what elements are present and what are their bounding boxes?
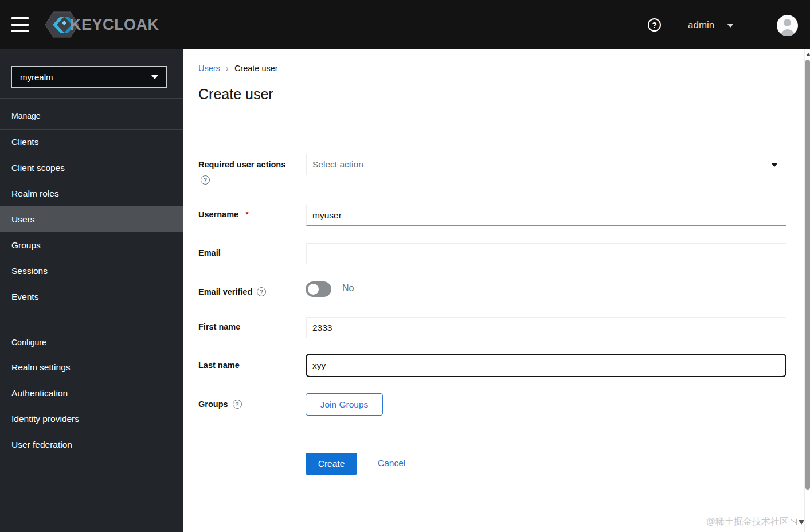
chevron-down-icon — [771, 163, 778, 167]
join-groups-button[interactable]: Join Groups — [306, 393, 383, 416]
email-verified-state: No — [342, 283, 354, 294]
username-label: Username * — [198, 210, 249, 219]
breadcrumb-users-link[interactable]: Users — [198, 64, 220, 73]
watermark: @稀土掘金技术社区 — [706, 516, 804, 528]
scrollbar — [804, 49, 810, 532]
watermark-triangle-icon — [799, 520, 804, 525]
help-icon[interactable]: ? — [648, 18, 661, 32]
required-user-actions-help-icon[interactable]: ? — [201, 175, 210, 185]
username-field[interactable] — [306, 205, 786, 226]
email-verified-label: Email verified ? — [198, 287, 266, 296]
avatar-person-icon — [784, 19, 791, 26]
realm-selector[interactable]: myrealm — [11, 66, 167, 88]
username-label: admin — [688, 19, 714, 31]
sidebar-item-client-scopes[interactable]: Client scopes — [0, 155, 183, 181]
sidebar-item-user-federation[interactable]: User federation — [0, 432, 183, 457]
required-asterisk: * — [245, 210, 249, 219]
watermark-text: @稀土掘金技术社区 — [706, 516, 789, 528]
chevron-down-icon — [151, 75, 158, 79]
groups-label: Groups ? — [198, 400, 242, 409]
sidebar-item-realm-roles[interactable]: Realm roles — [0, 181, 183, 206]
create-button[interactable]: Create — [306, 453, 357, 475]
divider — [0, 98, 183, 99]
keycloak-logo: KEYCLOAK — [45, 11, 159, 38]
groups-help-icon[interactable]: ? — [233, 400, 242, 409]
email-verified-help-icon[interactable]: ? — [257, 287, 266, 296]
page-title: Create user — [198, 86, 273, 103]
hamburger-menu-icon[interactable] — [11, 17, 29, 32]
sidebar-section-configure: Configure — [11, 338, 46, 347]
last-name-field[interactable] — [306, 354, 786, 377]
sidebar-item-sessions[interactable]: Sessions — [0, 258, 183, 284]
sidebar-section-manage: Manage — [11, 111, 41, 120]
sidebar-item-authentication[interactable]: Authentication — [0, 380, 183, 406]
last-name-label: Last name — [198, 361, 240, 370]
required-user-actions-select[interactable]: Select action — [306, 154, 786, 175]
email-verified-toggle[interactable] — [306, 281, 331, 297]
email-field[interactable] — [306, 243, 786, 264]
first-name-label: First name — [198, 322, 240, 331]
cancel-button[interactable]: Cancel — [378, 458, 405, 468]
user-menu[interactable]: admin — [688, 18, 734, 32]
required-user-actions-label: Required user actions — [198, 160, 285, 169]
select-placeholder: Select action — [312, 159, 363, 170]
avatar[interactable] — [777, 15, 798, 36]
breadcrumb: Users › Create user — [198, 63, 278, 73]
divider — [0, 353, 183, 353]
sidebar-item-groups[interactable]: Groups — [0, 232, 183, 258]
watermark-image-icon — [791, 519, 797, 525]
sidebar-item-realm-settings[interactable]: Realm settings — [0, 354, 183, 380]
app-header: KEYCLOAK ? admin — [0, 0, 810, 49]
divider — [183, 122, 804, 122]
sidebar: myrealm Manage Clients Client scopes Rea… — [0, 49, 183, 532]
chevron-down-icon — [727, 24, 734, 28]
sidebar-item-identity-providers[interactable]: Identity providers — [0, 406, 183, 432]
first-name-field[interactable] — [306, 317, 786, 338]
sidebar-item-clients[interactable]: Clients — [0, 129, 183, 155]
brand-name: KEYCLOAK — [70, 16, 159, 34]
sidebar-item-users[interactable]: Users — [0, 206, 183, 232]
sidebar-item-events[interactable]: Events — [0, 284, 183, 310]
realm-name: myrealm — [20, 72, 53, 82]
scrollbar-thumb[interactable] — [805, 60, 810, 490]
breadcrumb-current: Create user — [234, 64, 278, 73]
scrollbar-up-arrow-icon[interactable] — [806, 53, 810, 56]
email-label: Email — [198, 248, 221, 257]
breadcrumb-separator-icon: › — [226, 63, 229, 73]
